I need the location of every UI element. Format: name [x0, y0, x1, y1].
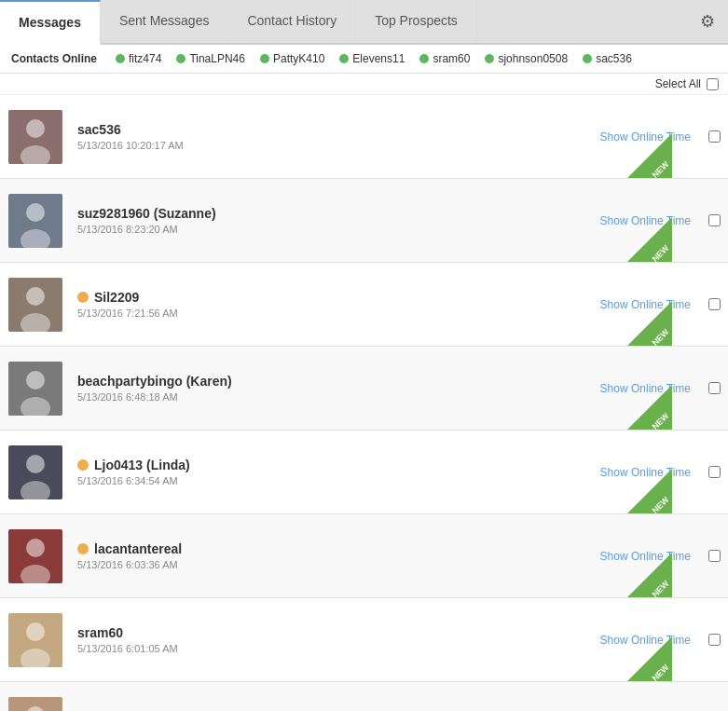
- message-item: Sil2209 5/13/2016 7:21:56 AM Show Online…: [0, 263, 728, 347]
- new-badge: NEW: [627, 301, 672, 346]
- message-checkbox[interactable]: [708, 130, 721, 143]
- right-area: Show Online Time NEW: [551, 514, 700, 597]
- message-checkbox[interactable]: [708, 382, 721, 394]
- username: Ljo0413 (Linda): [77, 458, 543, 472]
- new-badge: NEW: [627, 636, 672, 681]
- avatar-area[interactable]: [0, 95, 70, 178]
- settings-button[interactable]: ⚙: [687, 0, 728, 43]
- new-badge: NEW: [627, 133, 672, 178]
- tab-messages[interactable]: Messages: [0, 0, 101, 45]
- avatar-area[interactable]: [0, 263, 70, 346]
- online-user-4[interactable]: Elevens11: [339, 52, 405, 65]
- online-dot: [339, 54, 349, 63]
- avatar: [8, 697, 62, 712]
- message-info: ReginaClavette (Regina) 5/13/2016 4:04:0…: [70, 682, 551, 711]
- new-badge: NEW: [627, 469, 672, 513]
- select-all-checkbox[interactable]: [707, 78, 719, 90]
- right-area: Show Online Time NEW: [551, 682, 700, 711]
- avatar: [8, 362, 62, 416]
- message-item: beachpartybingo (Karen) 5/13/2016 6:48:1…: [0, 347, 728, 431]
- timestamp: 5/13/2016 6:01:05 AM: [77, 643, 543, 654]
- avatar-area[interactable]: [0, 682, 70, 711]
- message-checkbox[interactable]: [708, 298, 721, 310]
- new-badge: NEW: [627, 553, 672, 597]
- contacts-online-label: Contacts Online: [11, 52, 97, 65]
- checkbox-area: [700, 263, 728, 346]
- message-checkbox[interactable]: [708, 466, 721, 478]
- online-dot: [419, 54, 429, 63]
- message-item: lacantantereal 5/13/2016 6:03:36 AM Show…: [0, 514, 728, 598]
- avatar-area[interactable]: [0, 431, 70, 513]
- checkbox-area: [700, 514, 728, 597]
- online-user-7[interactable]: sac536: [583, 52, 632, 65]
- online-dot: [485, 54, 494, 63]
- message-item: suz9281960 (Suzanne) 5/13/2016 8:23:20 A…: [0, 179, 728, 263]
- new-badge: NEW: [627, 385, 672, 430]
- avatar-area[interactable]: [0, 347, 70, 430]
- username: suz9281960 (Suzanne): [77, 206, 543, 221]
- online-user-6[interactable]: sjohnson0508: [485, 52, 568, 65]
- username: beachpartybingo (Karen): [77, 374, 543, 389]
- avatar: [8, 110, 62, 164]
- avatar: [8, 445, 62, 499]
- message-item: ReginaClavette (Regina) 5/13/2016 4:04:0…: [0, 682, 728, 711]
- tab-top-prospects[interactable]: Top Prospects: [356, 0, 477, 43]
- online-dot: [116, 54, 125, 63]
- contacts-online-bar: Contacts Online fitz474 TinaLPN46 PattyK…: [0, 45, 728, 74]
- message-info: suz9281960 (Suzanne) 5/13/2016 8:23:20 A…: [70, 179, 551, 262]
- online-dot: [583, 54, 592, 63]
- right-area: Show Online Time NEW: [551, 263, 700, 346]
- message-info: sac536 5/13/2016 10:20:17 AM: [70, 95, 551, 178]
- svg-point-7: [26, 287, 45, 306]
- online-user-2[interactable]: TinaLPN46: [176, 52, 245, 65]
- message-info: Ljo0413 (Linda) 5/13/2016 6:34:54 AM: [70, 431, 551, 513]
- right-area: Show Online Time NEW: [551, 598, 700, 681]
- right-area: Show Online Time NEW: [551, 431, 700, 513]
- avatar: [8, 278, 62, 332]
- checkbox-area: [700, 598, 728, 681]
- svg-point-1: [26, 119, 45, 138]
- timestamp: 5/13/2016 8:23:20 AM: [77, 224, 543, 235]
- message-info: sram60 5/13/2016 6:01:05 AM: [70, 598, 551, 681]
- tab-contact-history[interactable]: Contact History: [228, 0, 356, 43]
- avatar: [8, 529, 62, 583]
- timestamp: 5/13/2016 7:21:56 AM: [77, 308, 543, 319]
- svg-point-19: [26, 622, 45, 641]
- svg-point-13: [26, 455, 45, 473]
- online-user-3[interactable]: PattyK410: [260, 52, 324, 65]
- timestamp: 5/13/2016 6:34:54 AM: [77, 475, 543, 486]
- timestamp: 5/13/2016 10:20:17 AM: [77, 140, 543, 151]
- timestamp: 5/13/2016 6:48:18 AM: [77, 391, 543, 403]
- avatar-area[interactable]: [0, 514, 70, 597]
- gear-icon: ⚙: [700, 11, 715, 32]
- tab-spacer: [477, 0, 687, 43]
- username: Sil2209: [77, 290, 543, 305]
- tab-sent-messages[interactable]: Sent Messages: [101, 0, 229, 43]
- username: sram60: [77, 625, 543, 640]
- message-checkbox[interactable]: [708, 634, 721, 646]
- checkbox-area: [700, 179, 728, 262]
- avatar: [8, 194, 62, 248]
- right-area: Show Online Time NEW: [551, 179, 700, 262]
- online-indicator: [77, 459, 89, 471]
- message-info: beachpartybingo (Karen) 5/13/2016 6:48:1…: [70, 347, 551, 430]
- online-user-5[interactable]: sram60: [419, 52, 470, 65]
- message-checkbox[interactable]: [708, 214, 721, 226]
- checkbox-area: [700, 347, 728, 430]
- message-checkbox[interactable]: [708, 550, 721, 562]
- online-dot: [176, 54, 185, 63]
- message-list: sac536 5/13/2016 10:20:17 AM Show Online…: [0, 95, 728, 711]
- timestamp: 5/13/2016 6:03:36 AM: [77, 559, 543, 570]
- online-user-1[interactable]: fitz474: [116, 52, 161, 65]
- online-indicator: [77, 543, 89, 554]
- username: lacantantereal: [77, 541, 543, 556]
- online-indicator: [77, 292, 89, 303]
- right-area: Show Online Time NEW: [551, 347, 700, 430]
- checkbox-area: [700, 431, 728, 513]
- avatar: [8, 613, 62, 667]
- avatar-area[interactable]: [0, 598, 70, 681]
- svg-point-10: [26, 371, 45, 390]
- checkbox-area: [700, 682, 728, 711]
- message-info: lacantantereal 5/13/2016 6:03:36 AM: [70, 514, 551, 597]
- avatar-area[interactable]: [0, 179, 70, 262]
